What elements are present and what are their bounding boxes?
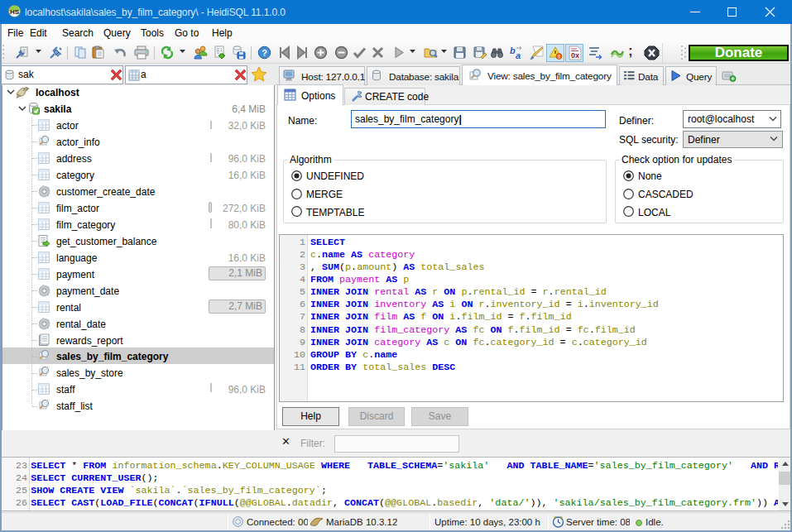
svg-text:!: ! [558, 54, 559, 60]
svg-text:a: a [516, 50, 521, 60]
svg-text:HS: HS [10, 8, 20, 16]
svg-text:b: b [510, 46, 516, 55]
svg-text:0x: 0x [571, 51, 579, 60]
svg-text:?: ? [262, 48, 267, 58]
